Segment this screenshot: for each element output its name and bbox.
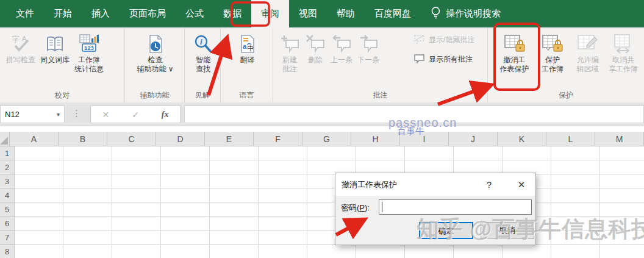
cell-I1[interactable] [405,146,454,160]
insert-function-icon[interactable]: fx [162,110,169,120]
cell-E6[interactable] [210,217,259,231]
cell-F8[interactable] [259,245,307,258]
cell-E1[interactable] [210,146,259,160]
cell-D1[interactable] [161,146,210,160]
delete-comment-button[interactable]: 删除 [302,30,328,66]
cell-L4[interactable] [551,188,600,202]
cell-F7[interactable] [259,231,307,245]
cell-A8[interactable] [15,245,63,258]
new-comment-button[interactable]: 新建批注 [277,30,302,76]
cell-L3[interactable] [551,174,600,188]
thesaurus-button[interactable]: 同义词库 [38,30,72,66]
select-all-corner[interactable] [0,132,10,146]
column-header-G[interactable]: G [302,132,351,146]
cell-A1[interactable] [15,146,63,160]
cell-E5[interactable] [210,202,259,217]
cell-L1[interactable] [551,146,600,160]
cell-H8[interactable] [356,245,405,258]
dialog-close-icon[interactable]: ✕ [510,173,533,196]
cell-H1[interactable] [356,146,405,160]
tab-审阅[interactable]: 审阅 [251,0,289,27]
column-header-C[interactable]: C [107,132,156,146]
name-box-dropdown-icon[interactable]: ▾ [57,111,60,118]
column-header-M[interactable]: M [595,132,644,146]
cell-A6[interactable] [15,217,63,231]
tab-数据[interactable]: 数据 [213,0,251,27]
cell-B4[interactable] [63,188,112,202]
cell-J8[interactable] [454,245,503,258]
cell-K1[interactable] [503,146,551,160]
cell-A5[interactable] [15,202,63,217]
cell-D3[interactable] [161,174,210,188]
cell-K8[interactable] [503,245,551,258]
cell-G1[interactable] [307,146,356,160]
cell-L2[interactable] [551,160,600,174]
row-header-7[interactable]: 7 [0,231,15,245]
cell-B5[interactable] [63,202,112,217]
cell-D4[interactable] [161,188,210,202]
cell-M8[interactable] [600,245,644,258]
row-header-8[interactable]: 8 [0,245,15,258]
row-header-4[interactable]: 4 [0,188,15,202]
tab-公式[interactable]: 公式 [176,0,213,27]
cell-D6[interactable] [161,217,210,231]
row-header-2[interactable]: 2 [0,160,15,174]
column-header-F[interactable]: F [254,132,302,146]
tab-页面布局[interactable]: 页面布局 [120,0,176,27]
password-input[interactable] [379,199,532,215]
row-header-3[interactable]: 3 [0,174,15,188]
cell-C1[interactable] [112,146,161,160]
cell-A7[interactable] [15,231,63,245]
allow-edit-ranges-button[interactable]: 允许编辑区域 [570,30,605,76]
cell-J1[interactable] [454,146,503,160]
row-header-1[interactable]: 1 [0,146,15,160]
cell-F1[interactable] [259,146,307,160]
tab-帮助[interactable]: 帮助 [327,0,365,27]
row-header-6[interactable]: 6 [0,217,15,231]
cell-B7[interactable] [63,231,112,245]
column-header-B[interactable]: B [59,132,107,146]
check-accessibility-button[interactable]: 检查辅助功能 ∨ [134,30,176,76]
cell-G8[interactable] [307,245,356,258]
cell-F5[interactable] [259,202,307,217]
tab-文件[interactable]: 文件 [6,0,44,27]
cell-B3[interactable] [63,174,112,188]
cell-A3[interactable] [15,174,63,188]
cell-A2[interactable] [15,160,63,174]
column-header-K[interactable]: K [498,132,546,146]
cell-C2[interactable] [112,160,161,174]
cell-M2[interactable] [600,160,644,174]
cell-L8[interactable] [551,245,600,258]
protect-workbook-button[interactable]: 保护工作簿 [535,30,570,76]
smart-lookup-button[interactable]: i 智能查找 [191,30,215,76]
show-hide-comment-button[interactable]: 显示/隐藏批注 [413,34,474,46]
cell-M4[interactable] [600,188,644,202]
cell-C8[interactable] [112,245,161,258]
column-header-E[interactable]: E [205,132,254,146]
name-box[interactable]: N12 ▾ [0,106,65,123]
cell-B6[interactable] [63,217,112,231]
cell-F3[interactable] [259,174,307,188]
cell-E8[interactable] [210,245,259,258]
tab-百度网盘[interactable]: 百度网盘 [365,0,421,27]
cell-E4[interactable] [210,188,259,202]
cell-B8[interactable] [63,245,112,258]
column-header-J[interactable]: J [449,132,498,146]
cancel-entry-icon[interactable]: ✕ [102,110,109,120]
cell-D2[interactable] [161,160,210,174]
cell-M1[interactable] [600,146,644,160]
workbook-stats-button[interactable]: 123 工作簿统计信息 [72,30,106,76]
unprotect-sheet-button[interactable]: 撤消工作表保护 [494,30,535,76]
cell-C5[interactable] [112,202,161,217]
translate-button[interactable]: a中 翻译 [235,30,260,66]
cell-M3[interactable] [600,174,644,188]
dialog-help-button[interactable]: ? [480,173,498,196]
show-all-comments-button[interactable]: 显示所有批注 [413,54,474,65]
tab-插入[interactable]: 插入 [82,0,120,27]
cell-F2[interactable] [259,160,307,174]
tab-视图[interactable]: 视图 [289,0,327,27]
cell-F6[interactable] [259,217,307,231]
confirm-entry-icon[interactable]: ✓ [132,110,139,120]
cell-C3[interactable] [112,174,161,188]
cell-D8[interactable] [161,245,210,258]
